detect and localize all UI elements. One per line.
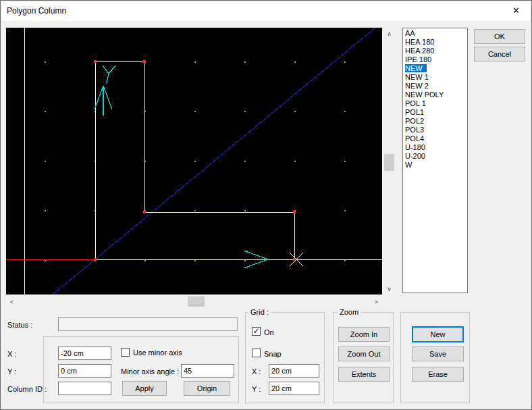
list-item[interactable]: U-180 bbox=[403, 143, 467, 152]
minor-axis-angle-input[interactable] bbox=[181, 364, 234, 378]
zoom-in-button[interactable]: Zoom In bbox=[338, 327, 390, 342]
zoom-group-label: Zoom bbox=[338, 308, 361, 316]
horizontal-scrollbar[interactable]: < > bbox=[6, 296, 382, 307]
list-item[interactable]: NEW 2 bbox=[403, 82, 467, 91]
grid-snap-checkbox[interactable] bbox=[252, 349, 261, 357]
ok-button[interactable]: OK bbox=[474, 29, 525, 44]
list-item[interactable]: IPE 180 bbox=[403, 55, 467, 64]
grid-snap-label: Snap bbox=[264, 350, 282, 358]
list-item[interactable]: AA bbox=[403, 29, 467, 38]
minor-axis-angle-label: Minor axis angle : bbox=[121, 367, 179, 376]
vertical-scroll-thumb[interactable] bbox=[384, 154, 394, 171]
grid-x-input[interactable] bbox=[269, 364, 319, 378]
grid-on-label: On bbox=[264, 328, 274, 336]
list-item[interactable]: POL 1 bbox=[403, 99, 467, 108]
erase-button[interactable]: Erase bbox=[412, 367, 464, 382]
list-item[interactable]: U-200 bbox=[403, 152, 467, 161]
list-item[interactable]: NEW 1 bbox=[403, 73, 467, 82]
column-id-input[interactable] bbox=[58, 382, 111, 395]
horizontal-scroll-thumb[interactable] bbox=[188, 297, 205, 307]
list-item[interactable]: HEA 180 bbox=[403, 38, 467, 47]
x-label: X : bbox=[7, 350, 16, 358]
drawing-canvas[interactable] bbox=[6, 28, 382, 294]
new-button[interactable]: New bbox=[412, 326, 464, 342]
list-item[interactable]: POL1 bbox=[403, 108, 467, 117]
apply-button[interactable]: Apply bbox=[122, 381, 167, 396]
grid-on-checkbox[interactable]: ✓ bbox=[252, 327, 261, 336]
list-item[interactable]: HEA 280 bbox=[403, 47, 467, 55]
cancel-button[interactable]: Cancel bbox=[474, 47, 525, 61]
list-item[interactable]: W bbox=[403, 161, 467, 170]
section-listbox[interactable]: AAHEA 180HEA 280IPE 180NEWNEW 1NEW 2NEW … bbox=[402, 28, 468, 293]
grid-y-label: Y : bbox=[252, 385, 261, 393]
save-button[interactable]: Save bbox=[412, 347, 464, 361]
status-field bbox=[58, 317, 238, 331]
polygon-column-dialog: Polygon Column ✕ ∧ ∨ < > AAHEA 180HEA 28… bbox=[0, 0, 532, 410]
extents-button[interactable]: Extents bbox=[338, 367, 390, 382]
list-item[interactable]: POL4 bbox=[403, 134, 467, 143]
zoom-out-button[interactable]: Zoom Out bbox=[338, 347, 390, 361]
x-input[interactable] bbox=[58, 347, 111, 360]
polygon-section-drawing bbox=[6, 28, 382, 294]
vertical-scrollbar[interactable]: ∧ ∨ bbox=[383, 28, 395, 294]
list-item[interactable]: NEW bbox=[403, 64, 467, 73]
grid-y-input[interactable] bbox=[269, 382, 319, 395]
scroll-right-icon[interactable]: > bbox=[371, 296, 382, 307]
column-id-label: Column ID : bbox=[7, 385, 47, 393]
list-item[interactable]: POL3 bbox=[403, 126, 467, 134]
list-item[interactable]: POL2 bbox=[403, 117, 467, 126]
y-label: Y : bbox=[7, 367, 16, 376]
status-label: Status : bbox=[7, 321, 32, 329]
origin-button[interactable]: Origin bbox=[184, 381, 230, 396]
close-icon[interactable]: ✕ bbox=[501, 1, 531, 20]
scroll-up-icon[interactable]: ∧ bbox=[383, 28, 395, 39]
scroll-left-icon[interactable]: < bbox=[6, 296, 18, 307]
use-minor-axis-checkbox[interactable] bbox=[121, 348, 130, 357]
grid-group-label: Grid : bbox=[248, 308, 271, 316]
y-input[interactable] bbox=[58, 364, 111, 378]
window-title: Polygon Column bbox=[7, 6, 66, 16]
list-item[interactable]: NEW POLY bbox=[403, 91, 467, 99]
grid-x-label: X : bbox=[252, 367, 261, 376]
use-minor-axis-label: Use minor axis bbox=[133, 349, 182, 357]
scroll-down-icon[interactable]: ∨ bbox=[383, 283, 395, 294]
title-bar: Polygon Column ✕ bbox=[1, 1, 531, 21]
